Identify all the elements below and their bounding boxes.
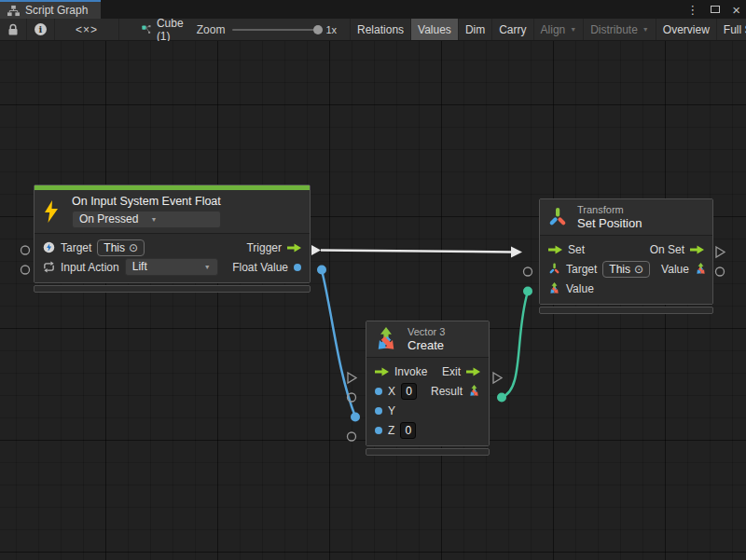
invoke-input-port[interactable]: [348, 373, 356, 383]
set-row: Set On Set: [540, 239, 712, 259]
zoom-slider-knob[interactable]: [313, 25, 323, 34]
input-action-dropdown[interactable]: Lift ▼: [125, 258, 218, 276]
carry-button[interactable]: Carry: [492, 19, 533, 40]
dim-button[interactable]: Dim: [459, 19, 492, 40]
fullscreen-button[interactable]: Full Screen: [717, 19, 746, 40]
node-title: Create: [408, 338, 445, 352]
flow-arrow-icon: [375, 367, 389, 376]
set-input-port[interactable]: [511, 247, 522, 258]
node-title: On Input System Event Float: [72, 195, 221, 208]
float-port-icon: [294, 264, 301, 271]
gameobject-event-icon: [43, 241, 55, 253]
node-on-input-system-event-float[interactable]: On Input System Event Float On Pressed ▼…: [34, 184, 311, 293]
window-close-icon[interactable]: ×: [732, 3, 740, 17]
object-picker-icon[interactable]: ⊙: [634, 262, 643, 277]
lightning-bolt-icon: [42, 200, 61, 223]
x-value-field[interactable]: 0: [401, 383, 417, 400]
zoom-label: Zoom: [197, 23, 226, 36]
exit-output-port[interactable]: [493, 373, 502, 383]
chevron-down-icon: ▼: [150, 212, 157, 227]
transform-target-row: Target This ⊙ Value: [540, 259, 712, 279]
transform-value-output-port[interactable]: [716, 267, 725, 276]
zoom-value: 1x: [325, 24, 337, 35]
control-wire-trigger-to-set: [321, 251, 512, 253]
event-action-input-port[interactable]: [21, 266, 30, 274]
graph-hierarchy-icon: [7, 5, 20, 17]
zoom-slider[interactable]: [232, 29, 318, 31]
overview-button[interactable]: Overview: [656, 19, 717, 40]
float-value-label: Float Value: [232, 261, 288, 274]
values-button[interactable]: Values: [411, 19, 459, 40]
y-label: Y: [388, 404, 395, 417]
y-input-port[interactable]: [351, 413, 360, 422]
x-input-port[interactable]: [348, 393, 356, 402]
chevron-down-icon: ▼: [204, 259, 211, 275]
transform-target-object-field[interactable]: This ⊙: [602, 261, 650, 278]
edit-graph-button[interactable]: <×>: [55, 19, 119, 40]
window-maximize-icon[interactable]: [711, 6, 720, 13]
lock-icon: [7, 23, 19, 36]
node-type-label: Transform: [577, 204, 642, 215]
tab-script-graph[interactable]: Script Graph: [0, 0, 101, 19]
graph-breadcrumb-label: Cube (1): [157, 17, 187, 43]
trigger-output-port[interactable]: [311, 245, 321, 255]
value-wire-result-to-value: [502, 292, 528, 397]
node-vector3-create[interactable]: Vector 3 Create Invoke Exit X 0 Res: [366, 321, 490, 456]
event-target-row: Target This ⊙ Trigger: [35, 238, 310, 257]
node-type-label: Vector 3: [408, 326, 445, 337]
object-picker-icon[interactable]: ⊙: [129, 240, 138, 255]
script-graph-asset-icon: [142, 23, 151, 36]
target-label: Target: [566, 263, 597, 276]
invoke-label: Invoke: [394, 365, 427, 378]
flow-arrow-icon: [548, 245, 562, 254]
float-port-icon: [375, 407, 382, 415]
node-footer: [34, 285, 311, 293]
graph-canvas[interactable]: On Input System Event Float On Pressed ▼…: [0, 41, 746, 560]
transform-target-input-port[interactable]: [524, 267, 532, 276]
flow-arrow-icon: [466, 367, 480, 376]
transform-value-row: Value: [540, 279, 712, 298]
vector3-icon: [374, 327, 398, 351]
zoom-control: Zoom 1x: [197, 19, 350, 40]
x-label: X: [388, 385, 395, 398]
vector3-icon: [695, 263, 707, 275]
value-wire-float-to-y: [322, 270, 355, 417]
set-label: Set: [568, 243, 585, 256]
vector3-icon: [548, 282, 560, 294]
x-row: X 0 Result: [366, 381, 489, 401]
result-output-port[interactable]: [497, 393, 506, 403]
chevron-down-icon: ▼: [642, 26, 649, 33]
float-value-output-port[interactable]: [317, 266, 326, 275]
on-set-output-port[interactable]: [716, 247, 725, 257]
node-footer: [539, 307, 713, 314]
event-input-action-row: Input Action Lift ▼ Float Value: [35, 257, 310, 277]
on-set-label: On Set: [650, 243, 684, 256]
value-input-port[interactable]: [523, 287, 532, 296]
window-titlebar: Script Graph ⋮ ×: [0, 0, 746, 19]
value-in-label: Value: [566, 282, 594, 295]
graph-breadcrumb[interactable]: Cube (1): [132, 19, 197, 40]
z-row: Z 0: [366, 420, 489, 440]
input-action-icon: [43, 261, 55, 273]
lock-button[interactable]: [0, 19, 27, 40]
distribute-dropdown[interactable]: Distribute ▼: [584, 19, 656, 40]
window-menu-icon[interactable]: ⋮: [686, 4, 698, 16]
tab-title: Script Graph: [25, 4, 88, 17]
z-value-field[interactable]: 0: [400, 422, 416, 439]
inspect-button[interactable]: i: [27, 19, 55, 40]
event-mode-dropdown[interactable]: On Pressed ▼: [72, 211, 221, 228]
trigger-label: Trigger: [246, 241, 282, 254]
graph-toolbar: i <×> Cube (1) Zoom 1x Relations Values …: [0, 19, 746, 41]
exit-label: Exit: [442, 365, 461, 378]
relations-button[interactable]: Relations: [350, 19, 411, 40]
node-footer: [366, 448, 490, 456]
node-transform-set-position[interactable]: Transform Set Position Set On Set Target…: [539, 198, 713, 314]
chevron-down-icon: ▼: [570, 26, 576, 33]
result-label: Result: [431, 385, 463, 398]
align-dropdown[interactable]: Align ▼: [534, 19, 585, 40]
event-target-object-field[interactable]: This ⊙: [97, 239, 145, 256]
z-input-port[interactable]: [348, 432, 356, 441]
y-row: Y: [366, 401, 489, 420]
event-target-input-port[interactable]: [21, 246, 30, 254]
vector3-icon: [468, 385, 480, 397]
